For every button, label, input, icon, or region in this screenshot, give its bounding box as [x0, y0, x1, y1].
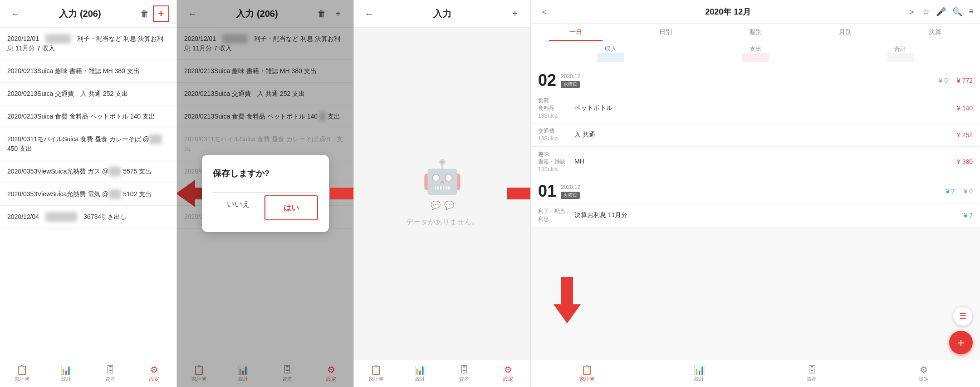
weekday-badge-01: 火曜日	[561, 192, 580, 199]
panel4-month-title: 2020年 12月	[554, 6, 902, 17]
panel3-title: 入力	[377, 8, 507, 20]
modal-title: 保存しますか?	[213, 168, 318, 179]
settings-icon: ⚙	[504, 365, 512, 374]
panel4-summary: 収入 支出 合計	[531, 41, 980, 66]
assets-icon: 🗄	[106, 365, 115, 374]
modal-buttons: いいえ はい	[213, 192, 318, 223]
save-dialog: 保存しますか? いいえ はい	[202, 155, 329, 232]
panel4-header: ＜ 2020年 12月 ＞ ☆ 🎤 🔍 ≡	[531, 0, 980, 24]
assets-icon: 🗄	[807, 365, 816, 374]
txn-name: 入 共通	[574, 130, 957, 139]
robot-icon: 🤖	[422, 160, 463, 193]
filter-icon[interactable]: ≡	[969, 7, 974, 17]
panel4-nav-stats[interactable]: 📊 統計	[643, 360, 756, 387]
list-item[interactable]: 2020/0213Suica 食費 食料品 ペットボトル 140 支出	[0, 105, 176, 128]
txn-amount: ¥ 7	[964, 212, 973, 219]
panel3-nav-settings[interactable]: ⚙ 設定	[486, 360, 530, 387]
summary-total: 合計	[828, 45, 973, 62]
tab-by-day[interactable]: 日別	[621, 24, 710, 41]
list-item[interactable]: 2020/0311モバイルSuica 食費 昼食 カレーそば @ 450 支出	[0, 128, 176, 160]
panel3-add-button[interactable]: +	[507, 5, 523, 22]
search-icon[interactable]: 🔍	[952, 7, 962, 17]
fab-secondary-button[interactable]: ☰	[953, 306, 973, 326]
kakeibo-icon: 📋	[370, 365, 382, 374]
panel3-nav-stats[interactable]: 📊 統計	[398, 360, 442, 387]
panel1-title: 入力 (206)	[24, 8, 137, 20]
txn-row[interactable]: 食費 食料品 13Suica ペットボトル ¥ 140	[531, 93, 980, 123]
day-info-02: 2020.12 水曜日	[561, 73, 939, 88]
tab-settlement[interactable]: 決算	[890, 24, 980, 41]
tab-monthly[interactable]: 月別	[800, 24, 890, 41]
panel4-nav-assets[interactable]: 🗄 資産	[755, 360, 868, 387]
panel4-tabs: 一日 日別 週別 月別 決算	[531, 24, 980, 41]
kakeibo-icon: 📋	[16, 365, 28, 374]
panel-4: ＜ 2020年 12月 ＞ ☆ 🎤 🔍 ≡ 一日 日別 週別 月別 決算 収入 …	[531, 0, 980, 387]
panel4-bottom-nav: 📋 家計簿 📊 統計 🗄 資産 ⚙ 設定	[531, 360, 980, 387]
summary-expense: 支出	[683, 45, 828, 62]
txn-category: 交通費 13Suica	[538, 127, 574, 143]
txn-row[interactable]: 交通費 13Suica 入 共通 ¥ 252	[531, 123, 980, 146]
panel1-nav-kakeibo[interactable]: 📋 家計簿	[0, 360, 44, 387]
modal-yes-button[interactable]: はい	[265, 195, 318, 220]
panel1-nav-settings[interactable]: ⚙ 設定	[132, 360, 176, 387]
txn-amount: ¥ 380	[957, 158, 973, 165]
fab-primary-button[interactable]: +	[949, 331, 973, 354]
modal-overlay: 保存しますか? いいえ はい	[177, 0, 353, 387]
panel1-delete-button[interactable]: 🗑	[137, 5, 153, 22]
panel1-bottom-nav: 📋 家計簿 📊 統計 🗄 資産 ⚙ 設定	[0, 360, 176, 387]
panel3-nav-kakeibo[interactable]: 📋 家計簿	[354, 360, 398, 387]
list-item[interactable]: 2020/0353ViewSuica光熱費 電気 @ 5102 支出	[0, 183, 176, 206]
list-item[interactable]: 2020/0353ViewSuica光熱費 ガス @ 5575 支出	[0, 160, 176, 183]
day-header-01: 01 2020.12 火曜日 ¥ 7 ¥ 0	[531, 177, 980, 203]
panel4-list: 02 2020.12 水曜日 ¥ 0 ¥ 772 食費 食料品 13Suica …	[531, 66, 980, 360]
settings-icon: ⚙	[920, 365, 928, 374]
panel3-nav-assets[interactable]: 🗄 資産	[442, 360, 486, 387]
weekday-badge-02: 水曜日	[561, 81, 580, 88]
panel1-add-button[interactable]: +	[153, 5, 169, 22]
mic-icon[interactable]: 🎤	[936, 7, 946, 17]
panel1-back-button[interactable]: ←	[7, 5, 24, 22]
day-info-01: 2020.12 火曜日	[561, 184, 946, 199]
panel4-prev-button[interactable]: ＜	[537, 6, 551, 17]
panel3-header: ← 入力 +	[354, 0, 530, 28]
txn-name: MH	[574, 157, 957, 166]
list-item[interactable]: 2020/12/04 36734引き出し	[0, 206, 176, 228]
panel1-nav-assets[interactable]: 🗄 資産	[88, 360, 132, 387]
txn-amount: ¥ 140	[957, 104, 973, 112]
txn-row[interactable]: 利子・配当... 利息 決算お利息 11月分 ¥ 7	[531, 203, 980, 227]
panel-2: ← 入力 (206) 🗑 + 2020/12/01 利子・配当など 利息 決算お…	[177, 0, 354, 387]
list-item[interactable]: 2020/0213Suica 趣味 書籍・雑誌 MH 380 支出	[0, 60, 176, 83]
day-number-02: 02	[538, 71, 561, 90]
day-group-02: 02 2020.12 水曜日 ¥ 0 ¥ 772 食費 食料品 13Suica …	[531, 66, 980, 177]
panel1-header: ← 入力 (206) 🗑 +	[0, 0, 176, 28]
day-number-01: 01	[538, 182, 561, 201]
bookmark-icon[interactable]: ☆	[922, 7, 930, 17]
txn-row[interactable]: 趣味 書籍・雑誌 13Suica MH ¥ 380	[531, 146, 980, 177]
settings-icon: ⚙	[150, 365, 158, 374]
day-header-02: 02 2020.12 水曜日 ¥ 0 ¥ 772	[531, 66, 980, 93]
day-amounts-01: ¥ 7 ¥ 0	[946, 188, 973, 195]
fab-area: ☰ +	[949, 306, 973, 354]
tab-weekly[interactable]: 週別	[710, 24, 800, 41]
tab-daily[interactable]: 一日	[531, 24, 621, 41]
txn-category: 食費 食料品 13Suica	[538, 97, 574, 119]
day-amounts-02: ¥ 0 ¥ 772	[939, 77, 973, 84]
kakeibo-icon: 📋	[581, 365, 593, 374]
add-icon: +	[957, 336, 964, 350]
txn-name: 決算お利息 11月分	[574, 211, 964, 220]
modal-no-button[interactable]: いいえ	[213, 193, 265, 223]
empty-text: データがありません。	[406, 218, 479, 227]
summary-income: 収入	[538, 45, 683, 62]
panel1-nav-stats[interactable]: 📊 統計	[44, 360, 88, 387]
panel3-back-button[interactable]: ←	[361, 5, 377, 22]
panel3-bottom-nav: 📋 家計簿 📊 統計 🗄 資産 ⚙ 設定	[354, 360, 530, 387]
stats-icon: 📊	[60, 365, 72, 374]
stats-icon: 📊	[414, 365, 426, 374]
panel4-nav-settings[interactable]: ⚙ 設定	[868, 360, 980, 387]
day-group-01: 01 2020.12 火曜日 ¥ 7 ¥ 0 利子・配当... 利息 決算お利息…	[531, 177, 980, 227]
list-item[interactable]: 2020/12/01 利子・配当など 利息 決算お利息 11月分 7 収入	[0, 28, 176, 60]
panel3-empty-state: 🤖 💬 💬 データがありません。	[354, 28, 530, 360]
panel4-nav-kakeibo[interactable]: 📋 家計簿	[531, 360, 643, 387]
panel4-next-button[interactable]: ＞	[905, 6, 919, 17]
list-item[interactable]: 2020/0213Suica 交通費 入 共通 252 支出	[0, 83, 176, 105]
